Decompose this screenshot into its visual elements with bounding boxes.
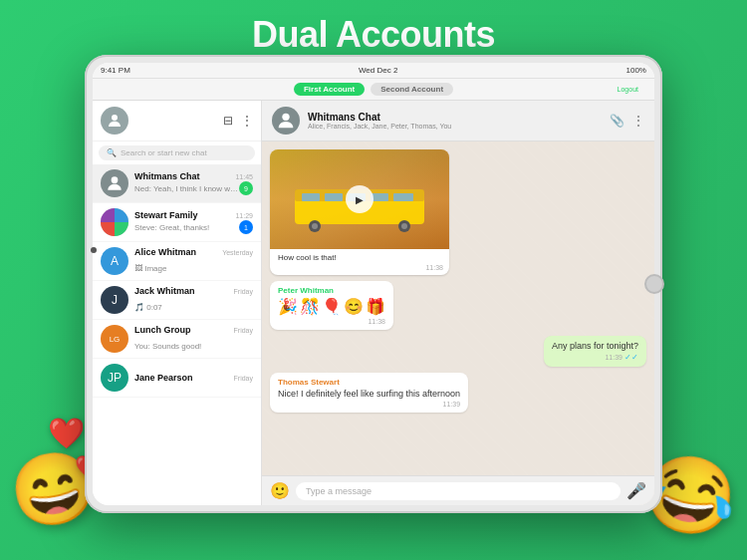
chat-name: Lunch Group	[134, 325, 191, 335]
chat-panel-members: Alice, Francis, Jack, Jane, Peter, Thoma…	[308, 123, 602, 130]
status-date: Wed Dec 2	[359, 66, 397, 75]
emoji-picker-icon[interactable]: 🙂	[270, 481, 290, 500]
chat-preview: Ned: Yeah, I think I know what y...	[134, 184, 239, 193]
chat-menu-icon[interactable]: ⋮	[632, 114, 644, 128]
chat-time: 11:45	[235, 173, 253, 180]
video-thumbnail: ▶	[270, 149, 449, 249]
heart-icon-1: ❤️	[48, 416, 85, 450]
main-content: ⊟ ⋮ 🔍 Search or start new chat	[93, 101, 654, 505]
ipad-frame: 9:41 PM Wed Dec 2 100% First Account Sec…	[85, 55, 662, 513]
chat-header-info: Whitmans Chat Alice, Francis, Jack, Jane…	[308, 112, 602, 130]
avatar	[101, 208, 128, 236]
user-avatar[interactable]	[101, 107, 128, 135]
message-text: Any plans for tonight?	[552, 341, 638, 351]
message-sender: Thomas Stewart	[278, 378, 460, 387]
chat-header: Whitmans Chat Alice, Francis, Jack, Jane…	[262, 101, 654, 141]
account-tabs: First Account Second Account Logout	[93, 79, 654, 101]
search-bar[interactable]: 🔍 Search or start new chat	[99, 145, 255, 160]
page-title: Dual Accounts	[0, 0, 747, 56]
chat-header-icons: 📎 ⋮	[610, 114, 644, 128]
chat-time: Yesterday	[222, 249, 253, 256]
chat-panel: Whitmans Chat Alice, Francis, Jack, Jane…	[262, 101, 654, 505]
message-input[interactable]: Type a message	[296, 482, 621, 500]
message-input-bar: 🙂 Type a message 🎤	[262, 475, 654, 505]
tab-first-account[interactable]: First Account	[294, 83, 365, 96]
chat-name: Jack Whitman	[134, 286, 195, 296]
message-time: 11:39	[605, 354, 622, 361]
chat-item-content: Jane Pearson Friday	[134, 373, 253, 383]
menu-icon[interactable]: ⋮	[241, 114, 253, 128]
chat-time: Friday	[234, 327, 253, 334]
chat-name: Alice Whitman	[134, 247, 196, 257]
video-time: 11:38	[270, 264, 449, 275]
chat-list: ⊟ ⋮ 🔍 Search or start new chat	[93, 101, 262, 505]
ipad-screen: 9:41 PM Wed Dec 2 100% First Account Sec…	[93, 63, 654, 505]
message-time: 11:39	[443, 401, 461, 408]
chat-time: 11:29	[235, 212, 253, 219]
message-time: 11:38	[368, 318, 385, 325]
svg-point-2	[282, 114, 289, 121]
unread-badge: 9	[239, 181, 253, 195]
avatar	[101, 169, 128, 197]
logout-button[interactable]: Logout	[618, 86, 638, 93]
chat-item-content: Jack Whitman Friday 🎵 0:07	[134, 286, 253, 314]
video-message[interactable]: ▶ How cool is that! 11:38	[270, 149, 449, 275]
play-button[interactable]: ▶	[346, 185, 374, 213]
status-bar: 9:41 PM Wed Dec 2 100%	[93, 63, 654, 79]
chat-preview: 🖼 Image	[134, 264, 166, 273]
chat-item-content: Lunch Group Friday You: Sounds good!	[134, 325, 253, 353]
list-item[interactable]: JP Jane Pearson Friday	[93, 359, 261, 398]
svg-rect-6	[325, 193, 343, 201]
chat-time: Friday	[234, 288, 253, 295]
avatar: A	[101, 247, 128, 275]
message-sender: Peter Whitman	[278, 286, 385, 295]
message-received: Peter Whitman 🎉🎊🎈😊🎁 11:38	[270, 281, 393, 330]
message-sent: Any plans for tonight? 11:39 ✓✓	[544, 336, 646, 367]
svg-point-1	[112, 176, 119, 183]
list-item[interactable]: J Jack Whitman Friday 🎵 0:07	[93, 281, 261, 320]
avatar: JP	[101, 364, 128, 392]
chat-name: Jane Pearson	[134, 373, 193, 383]
svg-point-11	[312, 223, 318, 229]
svg-rect-9	[393, 193, 413, 201]
status-time: 9:41 PM	[101, 66, 130, 75]
chat-item-content: Alice Whitman Yesterday 🖼 Image	[134, 247, 253, 275]
chat-name: Stewart Family	[134, 210, 198, 220]
unread-badge: 1	[239, 220, 253, 234]
list-item[interactable]: LG Lunch Group Friday You: Sounds good!	[93, 320, 261, 359]
chat-name: Whitmans Chat	[134, 171, 200, 181]
list-item[interactable]: A Alice Whitman Yesterday 🖼 Image	[93, 242, 261, 281]
home-button[interactable]	[644, 274, 664, 294]
message-emojis: 🎉🎊🎈😊🎁	[278, 297, 385, 316]
status-battery: 100%	[626, 66, 646, 75]
message-text: Nice! I definitely feel like surfing thi…	[278, 389, 460, 399]
video-caption: How cool is that!	[270, 249, 449, 264]
search-placeholder: Search or start new chat	[121, 148, 207, 157]
avatar: LG	[101, 325, 128, 353]
header-icons: ⊟ ⋮	[223, 114, 253, 128]
chat-items: Whitmans Chat 11:45 Ned: Yeah, I think I…	[93, 164, 261, 505]
avatar: J	[101, 286, 128, 314]
svg-point-0	[112, 115, 118, 121]
chat-item-content: Whitmans Chat 11:45 Ned: Yeah, I think I…	[134, 171, 253, 195]
message-received: Thomas Stewart Nice! I definitely feel l…	[270, 373, 468, 413]
chat-panel-name: Whitmans Chat	[308, 112, 602, 123]
chat-preview: You: Sounds good!	[134, 342, 201, 351]
voice-message-icon[interactable]: 🎤	[626, 481, 646, 500]
search-icon: 🔍	[107, 148, 117, 157]
messages-area: ▶ How cool is that! 11:38 Peter Whitman …	[262, 141, 654, 475]
tab-second-account[interactable]: Second Account	[371, 83, 453, 96]
svg-rect-5	[302, 193, 320, 201]
chat-item-content: Stewart Family 11:29 Steve: Great, thank…	[134, 210, 253, 234]
attach-icon[interactable]: 📎	[610, 114, 624, 128]
list-item[interactable]: Stewart Family 11:29 Steve: Great, thank…	[93, 203, 261, 242]
read-receipt: ✓✓	[624, 353, 638, 362]
chat-preview: Steve: Great, thanks!	[134, 223, 209, 232]
list-item[interactable]: Whitmans Chat 11:45 Ned: Yeah, I think I…	[93, 164, 261, 203]
chat-time: Friday	[234, 375, 253, 382]
chat-preview: 🎵 0:07	[134, 303, 162, 312]
chat-list-header: ⊟ ⋮	[93, 101, 261, 141]
chat-avatar	[272, 107, 300, 135]
svg-point-13	[401, 223, 407, 229]
compose-icon[interactable]: ⊟	[223, 114, 233, 128]
